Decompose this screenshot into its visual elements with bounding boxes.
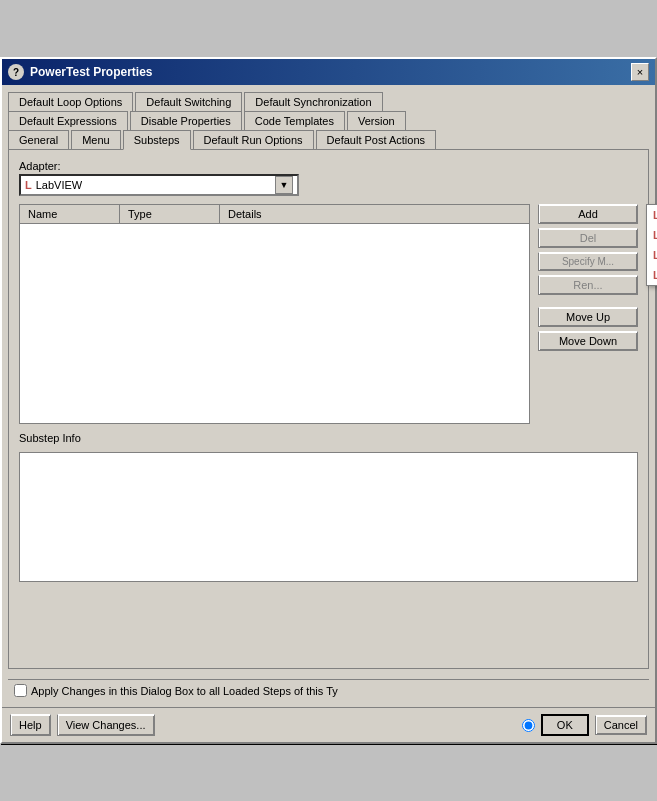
- footer-right-buttons: OK Cancel: [522, 714, 647, 736]
- tab-version[interactable]: Version: [347, 111, 406, 130]
- ok-radio[interactable]: [522, 719, 535, 732]
- tab-default-synchronization[interactable]: Default Synchronization: [244, 92, 382, 111]
- rename-button[interactable]: Ren...: [538, 275, 638, 295]
- footer-left-buttons: Help View Changes...: [10, 714, 155, 736]
- substep-info-container: Substep Info: [19, 432, 638, 582]
- dropdown-item-edit[interactable]: L Edit: [647, 245, 657, 265]
- title-bar-left: ? PowerTest Properties: [8, 64, 152, 80]
- table-body: [20, 224, 529, 404]
- dropdown-item-custom[interactable]: L Custom: [647, 265, 657, 285]
- custom-icon: L: [653, 269, 657, 281]
- window-title: PowerTest Properties: [30, 65, 152, 79]
- col-details: Details: [220, 205, 529, 223]
- substep-info-label: Substep Info: [19, 432, 638, 444]
- dropdown-item-post-step[interactable]: L Post-Step: [647, 205, 657, 225]
- tab-code-templates[interactable]: Code Templates: [244, 111, 345, 130]
- apply-changes-label: Apply Changes in this Dialog Box to all …: [31, 685, 338, 697]
- adapter-section: Adapter: L LabVIEW ▼: [19, 160, 638, 196]
- adapter-arrow-icon[interactable]: ▼: [275, 176, 293, 194]
- move-down-button[interactable]: Move Down: [538, 331, 638, 351]
- move-buttons: Move Up Move Down: [538, 307, 638, 351]
- tab-default-run-options[interactable]: Default Run Options: [193, 130, 314, 150]
- tab-disable-properties[interactable]: Disable Properties: [130, 111, 242, 130]
- close-button[interactable]: ×: [631, 63, 649, 81]
- substep-table: Name Type Details: [19, 204, 530, 424]
- button-column: Add L Post-Step L Pre-Step: [538, 204, 638, 424]
- cancel-button[interactable]: Cancel: [595, 715, 647, 735]
- footer-buttons: Help View Changes... OK Cancel: [2, 707, 655, 742]
- specify-button[interactable]: Specify M...: [538, 252, 638, 271]
- tab-panel-substeps: Adapter: L LabVIEW ▼ Name Type Detail: [8, 149, 649, 669]
- tab-default-expressions[interactable]: Default Expressions: [8, 111, 128, 130]
- tab-default-switching[interactable]: Default Switching: [135, 92, 242, 111]
- content-area: Default Loop Options Default Switching D…: [2, 85, 655, 707]
- main-window: ? PowerTest Properties × Default Loop Op…: [0, 57, 657, 744]
- main-area: Name Type Details Add L: [19, 204, 638, 424]
- tab-row-1: Default Loop Options Default Switching D…: [8, 91, 649, 110]
- add-dropdown-menu: L Post-Step L Pre-Step L Edit: [646, 204, 657, 286]
- post-step-icon: L: [653, 209, 657, 221]
- title-bar: ? PowerTest Properties ×: [2, 59, 655, 85]
- add-btn-wrapper: Add L Post-Step L Pre-Step: [538, 204, 638, 224]
- table-header: Name Type Details: [20, 205, 529, 224]
- adapter-value: LabVIEW: [36, 179, 275, 191]
- apply-changes-row: Apply Changes in this Dialog Box to all …: [8, 679, 649, 701]
- help-button[interactable]: Help: [10, 714, 51, 736]
- app-icon: ?: [8, 64, 24, 80]
- adapter-label: Adapter:: [19, 160, 61, 172]
- delete-button[interactable]: Del: [538, 228, 638, 248]
- tab-general[interactable]: General: [8, 130, 69, 150]
- edit-icon: L: [653, 249, 657, 261]
- add-button[interactable]: Add: [538, 204, 638, 224]
- ok-radio-label: [522, 719, 535, 732]
- pre-step-icon: L: [653, 229, 657, 241]
- tab-row-2: Default Expressions Disable Properties C…: [8, 110, 649, 129]
- tab-default-loop-options[interactable]: Default Loop Options: [8, 92, 133, 111]
- col-name: Name: [20, 205, 120, 223]
- adapter-dropdown[interactable]: L LabVIEW ▼: [19, 174, 299, 196]
- col-type: Type: [120, 205, 220, 223]
- dropdown-item-pre-step[interactable]: L Pre-Step: [647, 225, 657, 245]
- apply-changes-checkbox[interactable]: [14, 684, 27, 697]
- tab-menu[interactable]: Menu: [71, 130, 121, 150]
- ok-button[interactable]: OK: [541, 714, 589, 736]
- tab-row-3: General Menu Substeps Default Run Option…: [8, 129, 649, 149]
- move-up-button[interactable]: Move Up: [538, 307, 638, 327]
- tab-default-post-actions[interactable]: Default Post Actions: [316, 130, 436, 150]
- labview-icon: L: [25, 179, 32, 191]
- tab-substeps[interactable]: Substeps: [123, 130, 191, 150]
- view-changes-button[interactable]: View Changes...: [57, 714, 155, 736]
- substep-info-area: [19, 452, 638, 582]
